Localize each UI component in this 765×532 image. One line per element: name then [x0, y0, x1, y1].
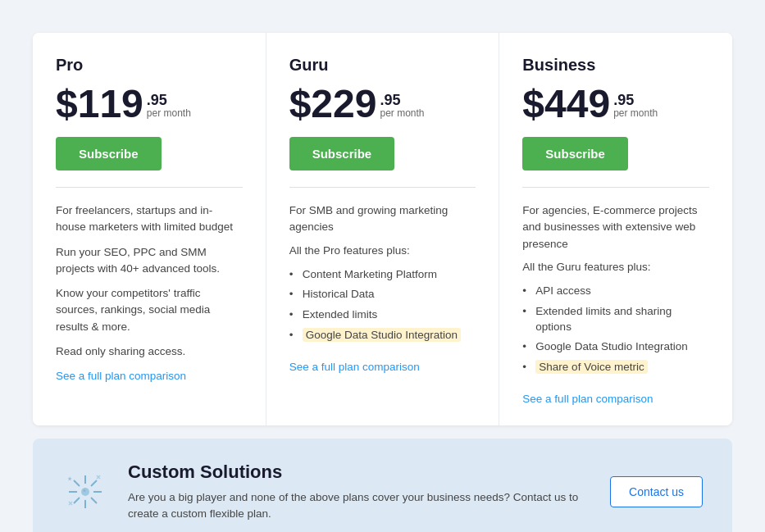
price-main-guru: $229	[289, 84, 377, 124]
price-row-pro: $119 .95 per month	[56, 84, 243, 124]
custom-solutions-section: Custom Solutions Are you a big player an…	[33, 439, 732, 532]
plan-desc-business-0: For agencies, E-commerce projects and bu…	[522, 202, 709, 252]
price-row-guru: $229 .95 per month	[289, 84, 476, 124]
price-cents-block-pro: .95 per month	[147, 93, 191, 120]
custom-solutions-text: Custom Solutions Are you a big player an…	[128, 462, 590, 523]
feature-guru-0: Content Marketing Platform	[289, 265, 476, 285]
plan-desc-pro-1: Run your SEO, PPC and SMM projects with …	[56, 244, 243, 278]
plan-desc-pro-3: Read only sharing access.	[56, 343, 243, 360]
feature-guru-2: Extended limits	[289, 305, 476, 325]
feature-guru-3: Google Data Studio Integration	[289, 325, 476, 346]
divider-pro	[56, 187, 243, 188]
plan-desc-pro-2: Know your competitors' traffic sources, …	[56, 285, 243, 335]
svg-line-6	[91, 480, 97, 486]
plan-card-business: Business $449 .95 per month Subscribe Fo…	[499, 33, 732, 425]
highlight-guru-3: Google Data Studio Integration	[303, 328, 461, 342]
stars-icon	[62, 469, 108, 515]
plan-card-pro: Pro $119 .95 per month Subscribe For fre…	[33, 33, 266, 425]
page-wrapper: Pro $119 .95 per month Subscribe For fre…	[16, 16, 749, 532]
price-period-guru: per month	[380, 107, 424, 120]
plan-name-guru: Guru	[289, 56, 476, 75]
price-row-business: $449 .95 per month	[522, 84, 709, 124]
price-cents-guru: .95	[380, 93, 400, 107]
price-main-pro: $119	[56, 84, 143, 124]
price-cents-business: .95	[613, 93, 634, 107]
price-period-pro: per month	[147, 107, 191, 120]
price-main-business: $449	[522, 84, 610, 124]
svg-line-5	[91, 498, 97, 503]
features-list-guru: Content Marketing Platform Historical Da…	[289, 265, 476, 347]
price-cents-block-guru: .95 per month	[380, 93, 424, 120]
divider-guru	[289, 187, 476, 188]
features-label-guru: All the Pro features plus:	[289, 244, 476, 257]
feature-business-2: Google Data Studio Integration	[522, 337, 709, 357]
subscribe-button-guru[interactable]: Subscribe	[289, 137, 395, 171]
contact-button[interactable]: Contact us	[610, 476, 703, 507]
plan-name-business: Business	[522, 56, 709, 75]
plan-desc-pro-0: For freelancers, startups and in-house m…	[56, 202, 243, 236]
features-label-business: All the Guru features plus:	[522, 261, 709, 273]
custom-solutions-title: Custom Solutions	[128, 462, 590, 483]
plan-card-guru: Guru $229 .95 per month Subscribe For SM…	[266, 33, 500, 425]
feature-guru-1: Historical Data	[289, 284, 476, 305]
svg-marker-9	[67, 477, 72, 481]
plan-name-pro: Pro	[56, 56, 243, 75]
svg-line-7	[74, 498, 80, 503]
see-plan-link-business[interactable]: See a full plan comparison	[522, 393, 653, 405]
feature-business-0: API access	[522, 281, 709, 302]
see-plan-link-pro[interactable]: See a full plan comparison	[56, 370, 186, 382]
price-cents-block-business: .95 per month	[613, 93, 658, 120]
see-plan-link-guru[interactable]: See a full plan comparison	[289, 361, 420, 373]
price-period-business: per month	[613, 107, 658, 120]
subscribe-button-business[interactable]: Subscribe	[522, 137, 628, 171]
plans-container: Pro $119 .95 per month Subscribe For fre…	[33, 33, 732, 425]
custom-solutions-desc: Are you a big player and none of the abo…	[128, 489, 590, 523]
highlight-business-3: Share of Voice metric	[535, 360, 647, 374]
features-list-business: API access Extended limits and sharing o…	[522, 281, 709, 378]
custom-solutions-icon	[62, 469, 108, 515]
plan-desc-guru-0: For SMB and growing marketing agencies	[289, 202, 476, 236]
price-cents-pro: .95	[147, 93, 167, 107]
subscribe-button-pro[interactable]: Subscribe	[56, 137, 162, 171]
feature-business-3: Share of Voice metric	[522, 357, 709, 378]
divider-business	[522, 187, 709, 188]
feature-business-1: Extended limits and sharing options	[522, 302, 709, 338]
svg-line-4	[74, 480, 80, 486]
